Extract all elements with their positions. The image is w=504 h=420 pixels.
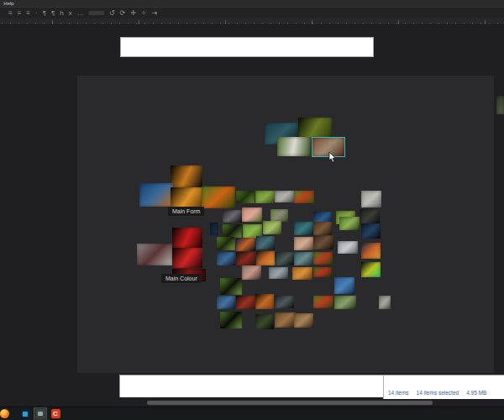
image-thumbnail[interactable] [202, 186, 235, 208]
taskbar-blue-app-button[interactable] [18, 407, 32, 420]
menu-bar: Window Help [0, 0, 504, 7]
horizontal-scrollbar-track [0, 398, 504, 407]
taskbar-firefox-button[interactable] [0, 407, 13, 420]
image-thumbnail[interactable] [338, 241, 358, 254]
image-thumbnail[interactable] [256, 236, 275, 249]
status-item-count: 14 items [388, 390, 409, 396]
image-thumbnail[interactable] [255, 191, 275, 203]
image-thumbnail[interactable] [236, 191, 255, 203]
image-thumbnail[interactable] [172, 248, 202, 268]
image-thumbnail[interactable] [294, 252, 313, 265]
image-thumbnail[interactable] [242, 207, 262, 222]
divider-icon[interactable]: · [35, 9, 38, 18]
sparkle-icon[interactable]: ✧ [141, 9, 147, 18]
image-thumbnail[interactable] [313, 235, 333, 249]
image-thumbnail[interactable] [292, 267, 312, 280]
image-thumbnail[interactable] [236, 238, 255, 251]
rotate-ccw-icon[interactable]: ↺ [109, 9, 115, 18]
image-thumbnail[interactable] [339, 217, 360, 230]
image-thumbnail[interactable] [361, 223, 381, 239]
image-thumbnail[interactable] [217, 237, 235, 250]
image-thumbnail[interactable] [263, 221, 281, 234]
image-thumbnail[interactable] [275, 252, 294, 265]
taskbar-image-viewer-button[interactable] [34, 407, 47, 420]
menu-item-help[interactable]: Help [3, 0, 13, 7]
move-cross-icon[interactable]: ✛ [130, 9, 136, 18]
pasteboard-panel [77, 76, 494, 373]
align-bottom-icon[interactable]: ≡ [26, 9, 30, 18]
image-thumbnail[interactable] [313, 267, 332, 277]
image-thumbnail[interactable] [379, 296, 391, 309]
image-thumbnail[interactable] [171, 165, 202, 187]
char-height-icon[interactable]: h [60, 9, 63, 18]
image-thumbnail[interactable] [496, 96, 504, 114]
horizontal-scrollbar-thumb[interactable] [147, 401, 433, 405]
image-thumbnail[interactable] [236, 252, 255, 265]
image-thumbnail[interactable] [210, 223, 218, 235]
camera-app-icon [36, 409, 45, 418]
flag-end-icon[interactable]: ⇥ [152, 9, 158, 18]
app-toolbar: ≡≡≡·¶¶hx…↺⟳✛✧⇥ [0, 7, 504, 18]
explorer-window-bottom-right: 14 items 14 items selected 4.95 MB [383, 375, 504, 399]
cluster-label-main-form: Main Form [168, 207, 204, 216]
image-thumbnail[interactable] [334, 296, 356, 309]
image-thumbnail[interactable] [256, 251, 275, 265]
mouse-cursor [328, 152, 336, 163]
image-thumbnail[interactable] [361, 191, 381, 207]
image-thumbnail[interactable] [137, 244, 172, 265]
image-thumbnail[interactable] [298, 118, 332, 139]
image-thumbnail[interactable] [255, 314, 274, 329]
image-thumbnail[interactable] [361, 243, 381, 259]
horizontal-ruler [0, 18, 504, 25]
image-thumbnail[interactable] [139, 183, 173, 207]
image-thumbnail[interactable] [275, 296, 294, 308]
more-options-icon[interactable]: … [77, 9, 84, 18]
status-selected-size: 4.95 MB [466, 390, 486, 396]
image-thumbnail[interactable] [236, 296, 255, 309]
taskbar-c-app-button[interactable]: C [49, 407, 62, 420]
windows-taskbar: C [0, 407, 504, 420]
image-thumbnail[interactable] [242, 265, 261, 280]
firefox-icon [0, 409, 9, 418]
dimmed-toolbar-label [89, 11, 104, 15]
image-thumbnail[interactable] [294, 222, 313, 235]
image-thumbnail[interactable] [360, 209, 380, 224]
paragraph-alt-icon[interactable]: ¶ [51, 9, 55, 18]
image-thumbnail[interactable] [217, 296, 235, 309]
image-thumbnail[interactable] [269, 267, 288, 279]
image-thumbnail[interactable] [361, 262, 381, 277]
align-top-icon[interactable]: ≡ [8, 9, 13, 18]
blue-app-icon [21, 409, 30, 418]
image-thumbnail[interactable] [313, 296, 333, 308]
image-thumbnail[interactable] [294, 191, 314, 203]
rotate-cw-icon[interactable]: ⟳ [119, 9, 125, 18]
image-thumbnail[interactable] [334, 277, 354, 294]
desktop-screen: Window Help ≡≡≡·¶¶hx…↺⟳✛✧⇥ Main Form Mai… [0, 0, 504, 420]
image-thumbnail[interactable] [220, 278, 242, 295]
image-thumbnail[interactable] [294, 237, 313, 250]
image-thumbnail[interactable] [217, 252, 235, 265]
paragraph-icon[interactable]: ¶ [43, 9, 46, 18]
image-thumbnail[interactable] [277, 137, 311, 156]
image-thumbnail[interactable] [275, 312, 296, 328]
explorer-window-bottom-left [119, 375, 383, 397]
image-thumbnail[interactable] [270, 209, 288, 222]
image-thumbnail[interactable] [255, 294, 274, 309]
explorer-status-bar: 14 items 14 items selected 4.95 MB [388, 390, 486, 396]
char-x-icon[interactable]: x [69, 9, 72, 18]
image-thumbnail[interactable] [223, 210, 242, 223]
visualization-workspace: Main Form Main Colour 14 items 14 items … [0, 25, 504, 407]
explorer-window-top [120, 37, 374, 57]
image-thumbnail[interactable] [275, 191, 294, 202]
image-thumbnail[interactable] [172, 228, 202, 248]
image-thumbnail[interactable] [313, 252, 333, 265]
status-selected-count: 14 items selected [417, 390, 459, 396]
image-thumbnail[interactable] [220, 312, 242, 328]
cluster-label-main-colour: Main Colour [161, 274, 202, 283]
c-app-icon: C [51, 409, 60, 418]
image-thumbnail[interactable] [294, 313, 313, 328]
align-middle-icon[interactable]: ≡ [18, 9, 22, 18]
image-thumbnail[interactable] [313, 222, 332, 235]
